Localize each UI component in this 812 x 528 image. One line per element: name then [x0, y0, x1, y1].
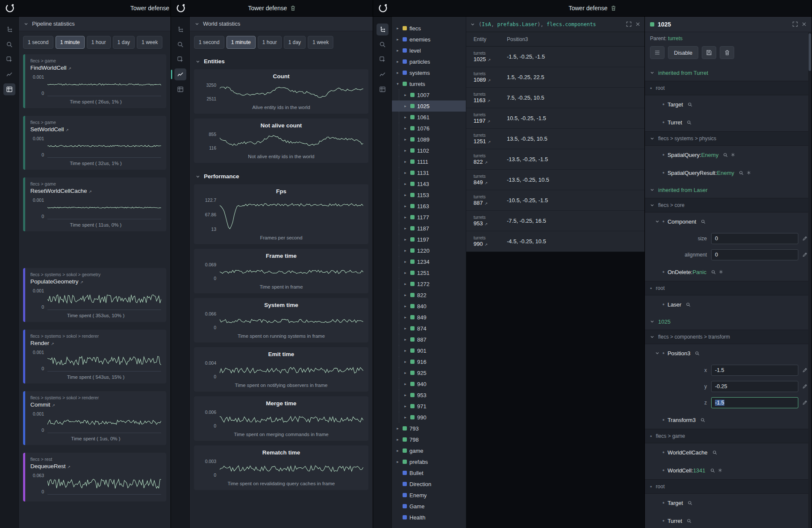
component-name[interactable]: Laser — [668, 301, 682, 308]
entity-link[interactable]: 822↗ — [474, 159, 507, 165]
expand-inspector-icon[interactable] — [792, 21, 798, 27]
query-input[interactable]: (IsA, prefabs.Laser), flecs.components — [479, 21, 622, 27]
edit-pencil-icon[interactable] — [802, 368, 807, 373]
query-result-row[interactable]: turrets 990↗ -4.5, -0.25, 10.5 — [466, 231, 644, 252]
sidebar-search-icon[interactable] — [174, 38, 186, 50]
scrollbar[interactable] — [808, 32, 812, 528]
component-scope-header[interactable]: • root — [645, 281, 812, 295]
time-range-1-second[interactable]: 1 second — [23, 36, 53, 49]
delete-button[interactable] — [720, 46, 734, 59]
component-name[interactable]: Component — [668, 218, 696, 225]
tree-item[interactable]: ▸ 840 — [392, 301, 466, 312]
sidebar-chart-icon[interactable] — [377, 68, 388, 80]
save-button[interactable] — [702, 46, 716, 59]
sidebar-inspect-icon[interactable] — [3, 53, 15, 65]
time-range-1-day[interactable]: 1 day — [284, 36, 306, 49]
component-row[interactable]: • Target — [645, 95, 812, 113]
flecs-logo-icon[interactable] — [4, 3, 15, 14]
tree-expand-arrow[interactable]: ▸ — [403, 337, 408, 342]
tree-item[interactable]: ▾ turrets — [392, 78, 466, 89]
tree-item[interactable]: ▸ 1007 — [392, 89, 466, 100]
search-icon[interactable] — [687, 519, 691, 523]
tree-item[interactable]: Enemy — [392, 490, 466, 501]
component-row[interactable]: • Component — [645, 212, 812, 230]
time-range-1-minute[interactable]: 1 minute — [227, 36, 256, 49]
system-name-link[interactable]: Render — [30, 340, 49, 346]
sidebar-tree-icon[interactable] — [377, 24, 388, 35]
sidebar-table-icon[interactable] — [3, 83, 15, 95]
tree-expand-arrow[interactable]: ▸ — [403, 393, 408, 397]
search-icon[interactable] — [711, 270, 716, 274]
component-row[interactable]: • WorldCellCache — [645, 443, 812, 461]
tree-expand-arrow[interactable]: ▸ — [395, 48, 400, 53]
tree-expand-arrow[interactable]: ▸ — [395, 59, 400, 64]
time-range-1-second[interactable]: 1 second — [194, 36, 224, 49]
component-name[interactable]: SpatialQuery: Enemy — [668, 152, 718, 158]
system-name-link[interactable]: Commit — [30, 401, 50, 408]
tree-item[interactable]: ▸ 798 — [392, 434, 466, 445]
tree-item[interactable]: ▸ 953 — [392, 389, 466, 401]
tree-expand-arrow[interactable]: ▸ — [403, 148, 408, 153]
tree-expand-arrow[interactable]: ▸ — [403, 104, 408, 108]
component-scope-header[interactable]: flecs > systems > physics — [645, 131, 812, 146]
component-row[interactable]: • OnDelete: Panic — [645, 263, 812, 281]
tree-expand-arrow[interactable]: ▸ — [395, 37, 400, 41]
tree-expand-arrow[interactable]: ▸ — [403, 282, 408, 286]
tree-expand-arrow[interactable]: ▸ — [403, 115, 408, 119]
sidebar-search-icon[interactable] — [377, 38, 388, 50]
tree-item[interactable]: ▸ 1220 — [392, 245, 466, 256]
tree-item[interactable]: ▸ 1111 — [392, 156, 466, 167]
edit-pencil-icon[interactable] — [802, 400, 807, 405]
tree-item[interactable]: Bullet — [392, 467, 466, 478]
tree-expand-arrow[interactable]: ▸ — [403, 348, 408, 353]
component-scope-header[interactable]: • root — [645, 479, 812, 494]
search-icon[interactable] — [695, 351, 700, 356]
tree-expand-arrow[interactable]: ▸ — [395, 71, 400, 75]
time-range-1-minute[interactable]: 1 minute — [56, 36, 85, 49]
tree-item[interactable]: ▸ 1187 — [392, 223, 466, 234]
tree-item[interactable]: ▸ 1153 — [392, 189, 466, 201]
tree-expand-arrow[interactable]: ▸ — [403, 215, 408, 219]
component-row[interactable]: • Laser — [645, 295, 812, 313]
tree-item[interactable]: ▸ level — [392, 45, 466, 56]
tree-item[interactable]: ▸ 971 — [392, 401, 466, 412]
pair-icon[interactable] — [719, 270, 723, 274]
search-icon[interactable] — [723, 153, 728, 157]
pair-icon[interactable] — [718, 468, 722, 472]
component-name[interactable]: WorldCell: 1341 — [668, 467, 706, 474]
tree-item[interactable]: ▸ 1102 — [392, 145, 466, 156]
tree-item[interactable]: ▸ 849 — [392, 312, 466, 323]
time-range-1-hour[interactable]: 1 hour — [258, 36, 282, 49]
tree-expand-arrow[interactable]: ▸ — [403, 404, 408, 408]
tree-item[interactable]: ▸ 925 — [392, 367, 466, 378]
component-name[interactable]: SpatialQueryResult: Enemy — [668, 170, 734, 176]
component-row[interactable]: • SpatialQuery: Enemy — [645, 146, 812, 164]
delete-world-icon[interactable] — [290, 5, 296, 11]
tree-expand-arrow[interactable]: ▸ — [403, 137, 408, 142]
tree-expand-arrow[interactable]: ▾ — [395, 82, 400, 86]
tree-expand-arrow[interactable]: ▸ — [403, 260, 408, 264]
disable-button[interactable]: Disable — [668, 46, 698, 59]
tree-expand-arrow[interactable]: ▸ — [395, 448, 400, 453]
inherit-section-header[interactable]: inherited from Laser — [645, 182, 812, 198]
tree-item[interactable]: ▸ 940 — [392, 378, 466, 389]
tree-expand-arrow[interactable]: ▸ — [403, 360, 408, 364]
expand-query-icon[interactable] — [626, 21, 632, 27]
tree-expand-arrow[interactable]: ▸ — [403, 382, 408, 386]
tree-item[interactable]: Health — [392, 512, 466, 523]
tree-item[interactable]: ▸ 1131 — [392, 167, 466, 178]
tree-item[interactable]: ▸ 1076 — [392, 123, 466, 134]
pair-icon[interactable] — [731, 153, 735, 157]
entity-link[interactable]: 1197↗ — [474, 118, 507, 124]
entity-link[interactable]: 887↗ — [474, 200, 507, 206]
tree-expand-arrow[interactable]: ▸ — [403, 226, 408, 230]
system-name-link[interactable]: DequeueRest — [30, 463, 66, 469]
entity-link[interactable]: 1163↗ — [474, 97, 507, 103]
sidebar-search-icon[interactable] — [3, 38, 15, 50]
component-row[interactable]: • Turret — [645, 512, 812, 528]
component-scope-header[interactable]: flecs > core — [645, 198, 812, 212]
component-row[interactable]: • WorldCell: 1341 — [645, 461, 812, 479]
component-row[interactable]: • Position3 — [645, 344, 812, 362]
sidebar-chart-icon[interactable] — [3, 68, 15, 80]
component-scope-header[interactable]: • root — [645, 81, 812, 95]
